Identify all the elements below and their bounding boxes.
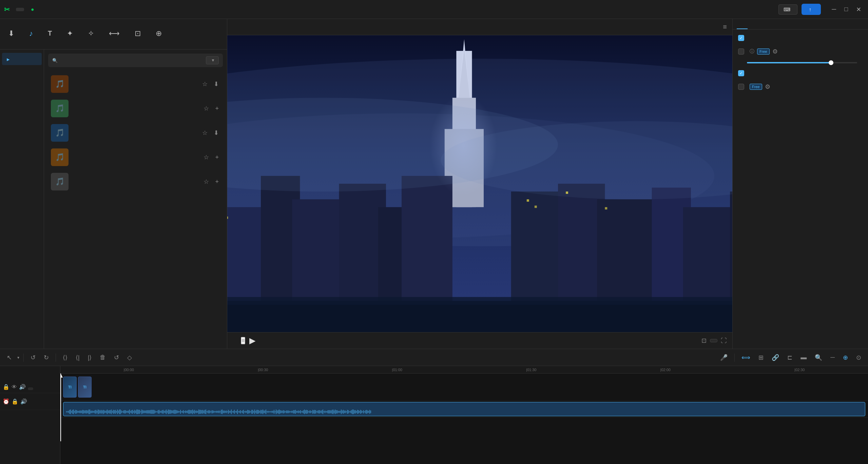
sidebar-item-copyright[interactable] [2, 73, 42, 80]
song-4-favorite-button[interactable]: ☆ [202, 152, 210, 162]
wave-bar [189, 410, 190, 414]
wave-bar [308, 411, 309, 412]
zoom-in-button[interactable]: ⊕ [840, 352, 851, 363]
video-clip-2[interactable]: TI [78, 377, 92, 398]
shortcuts-button[interactable]: ⌨ [778, 4, 797, 15]
badge-button[interactable]: ◇ [124, 352, 135, 363]
track-type-button[interactable]: ⟺ [739, 352, 753, 363]
close-button[interactable]: ✕ [853, 4, 864, 15]
tool-effects[interactable]: ✧ [85, 28, 97, 41]
song-1-favorite-button[interactable]: ☆ [201, 79, 209, 89]
transition-insert-button[interactable]: ⊞ [756, 352, 766, 363]
wave-bar [338, 411, 339, 413]
song-3-favorite-button[interactable]: ☆ [201, 128, 209, 138]
audio-clip[interactable]: // Generate waveform bars inline via JS … [63, 402, 865, 416]
wave-bar [274, 410, 274, 413]
zoom-slider-button[interactable]: ─ [828, 352, 837, 362]
noise-cleanup-slider[interactable] [747, 62, 857, 63]
song-3-download-button[interactable]: ⬇ [212, 128, 220, 138]
tool-filters[interactable]: ⊡ [132, 28, 143, 41]
lock-icon[interactable]: 🔒 [3, 384, 9, 390]
list-item[interactable]: 🎵 ☆ ⬇ [48, 72, 223, 96]
export-button[interactable]: ↑ [802, 4, 821, 15]
wave-bar [220, 411, 220, 413]
split-button[interactable]: ⟨⟩ [60, 352, 70, 363]
song-4-add-button[interactable]: + [214, 152, 220, 162]
wave-bar [183, 410, 184, 414]
song-5-add-button[interactable]: + [214, 177, 220, 187]
vocal-isolation-checkbox[interactable] [738, 84, 744, 90]
sidebar-item-sound-effects[interactable] [2, 66, 42, 73]
text-overlay-button[interactable]: ▬ [798, 352, 809, 362]
tab-speed[interactable] [758, 19, 769, 29]
normalize-loudness-checkbox[interactable]: ✓ [738, 35, 744, 41]
tool-stickers[interactable]: ✦ [64, 28, 76, 41]
enhance-voice-checkbox[interactable] [738, 48, 744, 55]
menu-button[interactable] [16, 8, 24, 11]
tab-basic[interactable] [737, 19, 748, 29]
volume-icon[interactable]: 🔊 [19, 384, 26, 390]
eye-icon[interactable]: 👁 [12, 384, 17, 390]
list-item[interactable]: 🎵 ☆ + [48, 169, 223, 194]
tab-voice-changer[interactable] [748, 19, 758, 29]
vocal-isolation-settings-icon[interactable]: ⚙ [765, 83, 770, 90]
fullscreen-button[interactable]: ⛶ [721, 337, 727, 344]
delete-button[interactable]: 🗑 [97, 352, 109, 362]
song-2-add-button[interactable]: + [214, 103, 220, 114]
video-clip-1[interactable]: TI [63, 377, 77, 398]
audio-lock-icon[interactable]: ⏰ [3, 398, 9, 405]
list-item[interactable]: 🎵 ☆ ⬇ [48, 121, 223, 145]
play-button[interactable]: ▶ [249, 336, 255, 345]
song-5-favorite-button[interactable]: ☆ [202, 177, 210, 187]
mic-button[interactable]: 🎤 [717, 352, 730, 363]
list-item[interactable]: 🎵 ☆ + [48, 145, 223, 169]
sidebar-item-brand-music[interactable] [2, 96, 42, 102]
cover-label[interactable] [28, 387, 33, 390]
normalize-loudness-setting: ✓ [738, 35, 863, 41]
wave-bar [190, 410, 191, 414]
enhance-voice-info-icon[interactable]: ⓘ [750, 48, 754, 55]
crop-button[interactable]: ⊡ [701, 337, 707, 344]
maximize-button[interactable]: □ [842, 4, 851, 15]
song-2-favorite-button[interactable]: ☆ [202, 103, 210, 114]
redo2-button[interactable]: ↺ [111, 352, 122, 363]
wave-bar [195, 411, 196, 413]
sidebar-item-tiktok[interactable] [2, 88, 42, 95]
fit-button[interactable]: ⊙ [853, 352, 864, 363]
ratio-button[interactable] [710, 339, 717, 342]
tool-transitions[interactable]: ⟷ [106, 28, 122, 41]
select-tool-button[interactable]: ↖ [4, 352, 15, 363]
tool-text[interactable]: T [45, 28, 55, 40]
audio-lock2-icon[interactable]: 🔒 [12, 398, 18, 405]
anchor-button[interactable]: ⊏ [785, 352, 795, 363]
zoom-out-button[interactable]: 🔍 [812, 352, 825, 363]
wave-bar [363, 410, 364, 413]
slider-thumb[interactable] [829, 60, 833, 65]
search-input[interactable] [60, 58, 203, 63]
undo-button[interactable]: ↺ [28, 352, 38, 363]
timeline-grid-button[interactable]: ≡ [241, 337, 245, 344]
split-left-button[interactable]: ⟨| [73, 352, 82, 363]
tool-audio[interactable]: ♪ [26, 28, 36, 41]
audio-volume-icon[interactable]: 🔊 [20, 398, 27, 405]
list-item[interactable]: 🎵 ☆ + [48, 96, 223, 121]
redo-button[interactable]: ↻ [41, 352, 52, 363]
player-menu-icon[interactable]: ≡ [723, 23, 727, 31]
timeline-body: 🔒 👁 🔊 ⏰ 🔒 🔊 |00:00 |00:30 |01 [0, 366, 868, 464]
player-video [227, 35, 732, 332]
sidebar-item-extract-audio[interactable] [2, 81, 42, 87]
wave-bar [216, 411, 216, 413]
reduce-noise-checkbox[interactable]: ✓ [738, 70, 744, 76]
sidebar-item-music[interactable] [2, 53, 42, 65]
wave-bar [139, 410, 140, 414]
link-button[interactable]: 🔗 [769, 352, 782, 363]
enhance-voice-settings-icon[interactable]: ⚙ [772, 48, 778, 55]
split-right-button[interactable]: |⟩ [85, 352, 95, 363]
select-dropdown-icon[interactable]: ▾ [17, 355, 19, 360]
song-1-download-button[interactable]: ⬇ [212, 79, 220, 89]
playhead[interactable] [60, 374, 61, 441]
tool-adjustment[interactable]: ⊕ [153, 28, 165, 41]
minimize-button[interactable]: ─ [829, 4, 839, 15]
all-filter-button[interactable]: ▼ [206, 56, 219, 64]
tool-import[interactable]: ⬇ [5, 28, 17, 41]
